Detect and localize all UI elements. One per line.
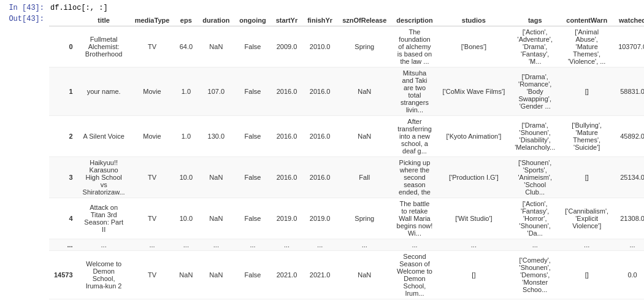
notebook-cell: In [43]: df.iloc[:, :] Out[43]: title me… bbox=[0, 0, 644, 303]
col-finishyr: finishYr bbox=[302, 15, 337, 26]
cell-eps: 10.0 bbox=[174, 198, 197, 239]
col-index bbox=[49, 15, 78, 26]
cell-ongoing: False bbox=[234, 67, 270, 116]
cell-eps: NaN bbox=[174, 251, 197, 299]
cell-description: Picking up where the second season ended… bbox=[391, 157, 437, 198]
cell-watched: 45892.0 bbox=[613, 116, 644, 157]
cell-studios: ['CoMix Wave Films'] bbox=[438, 67, 510, 116]
cell-description: Second Season of Welcome to Demon School… bbox=[391, 251, 437, 299]
table-row: 14573Welcome to Demon School, Iruma-kun … bbox=[49, 251, 644, 299]
cell-eps: 1.0 bbox=[174, 67, 197, 116]
cell-contentwarn: ['Bullying', 'Mature Themes', 'Suicide'] bbox=[560, 116, 613, 157]
cell-mediatype: ... bbox=[130, 239, 175, 251]
cell-ongoing: ... bbox=[234, 239, 270, 251]
code-content[interactable]: df.iloc[:, :] bbox=[49, 4, 108, 12]
cell-studios: ['Bones'] bbox=[438, 26, 510, 67]
cell-tags: ... bbox=[510, 239, 560, 251]
cell-contentwarn: [] bbox=[560, 157, 613, 198]
table-row: 0Fullmetal Alchemist: BrotherhoodTV64.0N… bbox=[49, 26, 644, 67]
cell-finishyr: 2019.0 bbox=[302, 198, 337, 239]
cell-mediatype: TV bbox=[130, 198, 175, 239]
col-watched: watched bbox=[613, 15, 644, 26]
output-prompt: Out[43]: bbox=[0, 15, 49, 23]
cell-sznofrelease: Fall bbox=[337, 157, 391, 198]
cell-contentwarn: ['Animal Abuse', 'Mature Themes', 'Viole… bbox=[560, 26, 613, 67]
cell-index: 4 bbox=[49, 198, 78, 239]
cell-mediatype: TV bbox=[130, 157, 175, 198]
col-title: title bbox=[78, 15, 130, 26]
cell-finishyr: 2021.0 bbox=[302, 251, 337, 299]
table-row: 2A Silent VoiceMovie1.0130.0False2016.02… bbox=[49, 116, 644, 157]
cell-duration: 130.0 bbox=[197, 116, 234, 157]
cell-duration: NaN bbox=[197, 26, 234, 67]
cell-watched: 58831.0 bbox=[613, 67, 644, 116]
cell-duration: ... bbox=[197, 239, 234, 251]
col-startyr: startYr bbox=[271, 15, 302, 26]
cell-tags: ['Drama', 'Shounen', 'Disability', 'Mela… bbox=[510, 116, 560, 157]
cell-watched: 103707.0 bbox=[613, 26, 644, 67]
cell-finishyr: 2016.0 bbox=[302, 116, 337, 157]
cell-output: Out[43]: title mediaType eps duration on… bbox=[0, 13, 644, 301]
cell-title: Attack on Titan 3rd Season: Part II bbox=[78, 198, 130, 239]
cell-title: A Silent Voice bbox=[78, 116, 130, 157]
cell-title: Fullmetal Alchemist: Brotherhood bbox=[78, 26, 130, 67]
cell-startyr: 2021.0 bbox=[271, 251, 302, 299]
table-row: 4Attack on Titan 3rd Season: Part IITV10… bbox=[49, 198, 644, 239]
cell-sznofrelease: NaN bbox=[337, 251, 391, 299]
cell-finishyr: 2016.0 bbox=[302, 157, 337, 198]
table-header-row: title mediaType eps duration ongoing sta… bbox=[49, 15, 644, 26]
cell-contentwarn: ['Cannibalism', 'Explicit Violence'] bbox=[560, 198, 613, 239]
cell-tags: ['Action', 'Adventure', 'Drama', 'Fantas… bbox=[510, 26, 560, 67]
input-prompt: In [43]: bbox=[0, 4, 49, 12]
cell-startyr: 2016.0 bbox=[271, 116, 302, 157]
col-mediatype: mediaType bbox=[130, 15, 175, 26]
cell-sznofrelease: NaN bbox=[337, 116, 391, 157]
col-studios: studios bbox=[438, 15, 510, 26]
col-tags: tags bbox=[510, 15, 560, 26]
cell-ongoing: False bbox=[234, 116, 270, 157]
cell-eps: 1.0 bbox=[174, 116, 197, 157]
cell-title: ... bbox=[78, 239, 130, 251]
cell-index: 14573 bbox=[49, 251, 78, 299]
cell-duration: NaN bbox=[197, 157, 234, 198]
cell-tags: ['Drama', 'Romance', 'Body Swapping', 'G… bbox=[510, 67, 560, 116]
cell-studios: ... bbox=[438, 239, 510, 251]
cell-ongoing: False bbox=[234, 198, 270, 239]
cell-tags: ['Action', 'Fantasy', 'Horror', 'Shounen… bbox=[510, 198, 560, 239]
cell-studios: ['Wit Studio'] bbox=[438, 198, 510, 239]
cell-finishyr: ... bbox=[302, 239, 337, 251]
col-description: description bbox=[391, 15, 437, 26]
cell-watched: 21308.0 bbox=[613, 198, 644, 239]
cell-startyr: 2009.0 bbox=[271, 26, 302, 67]
cell-description: The foundation of alchemy is based on th… bbox=[391, 26, 437, 67]
cell-mediatype: Movie bbox=[130, 116, 175, 157]
cell-index: 0 bbox=[49, 26, 78, 67]
cell-duration: 107.0 bbox=[197, 67, 234, 116]
cell-ongoing: False bbox=[234, 26, 270, 67]
cell-ongoing: False bbox=[234, 157, 270, 198]
cell-startyr: 2016.0 bbox=[271, 157, 302, 198]
cell-description: ... bbox=[391, 239, 437, 251]
cell-finishyr: 2016.0 bbox=[302, 67, 337, 116]
cell-description: The battle to retake Wall Maria begins n… bbox=[391, 198, 437, 239]
cell-contentwarn: ... bbox=[560, 239, 613, 251]
cell-sznofrelease: NaN bbox=[337, 67, 391, 116]
cell-contentwarn: [] bbox=[560, 251, 613, 299]
cell-startyr: 2016.0 bbox=[271, 67, 302, 116]
cell-mediatype: Movie bbox=[130, 67, 175, 116]
cell-sznofrelease: ... bbox=[337, 239, 391, 251]
table-row: 3Haikyuu!! Karasuno High School vs Shira… bbox=[49, 157, 644, 198]
dataframe-table: title mediaType eps duration ongoing sta… bbox=[49, 15, 644, 299]
table-row: 1your name.Movie1.0107.0False2016.02016.… bbox=[49, 67, 644, 116]
cell-eps: 10.0 bbox=[174, 157, 197, 198]
cell-watched: 0.0 bbox=[613, 251, 644, 299]
cell-description: Mitsuha and Taki are two total strangers… bbox=[391, 67, 437, 116]
cell-studios: ['Production I.G'] bbox=[438, 157, 510, 198]
cell-duration: NaN bbox=[197, 198, 234, 239]
cell-contentwarn: [] bbox=[560, 67, 613, 116]
cell-index: 2 bbox=[49, 116, 78, 157]
output-table-container: title mediaType eps duration ongoing sta… bbox=[49, 15, 644, 299]
cell-title: Welcome to Demon School, Iruma-kun 2 bbox=[78, 251, 130, 299]
col-sznofrelease: sznOfRelease bbox=[337, 15, 391, 26]
col-duration: duration bbox=[197, 15, 234, 26]
